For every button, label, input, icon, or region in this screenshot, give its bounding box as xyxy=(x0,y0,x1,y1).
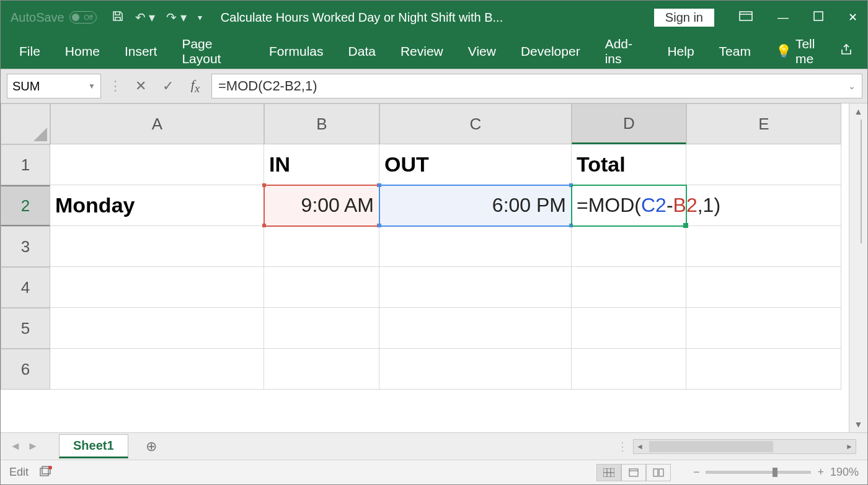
cell-e4[interactable] xyxy=(686,267,841,308)
zoom-out-icon[interactable]: − xyxy=(693,466,700,479)
autosave-toggle[interactable]: AutoSave Off xyxy=(11,11,97,25)
tab-review[interactable]: Review xyxy=(388,34,456,69)
cell-b4[interactable] xyxy=(264,267,379,308)
maximize-icon[interactable] xyxy=(813,11,823,24)
tab-developer[interactable]: Developer xyxy=(508,34,593,69)
tab-addins[interactable]: Add-ins xyxy=(593,34,655,69)
hscroll-right-icon[interactable]: ► xyxy=(846,442,853,451)
normal-view-icon[interactable] xyxy=(596,464,621,481)
tell-me[interactable]: 💡 Tell me xyxy=(763,34,840,69)
cell-d6[interactable] xyxy=(572,349,686,390)
hscroll-thumb[interactable] xyxy=(649,441,773,452)
row-header-3[interactable]: 3 xyxy=(1,226,50,267)
row-header-6[interactable]: 6 xyxy=(1,349,50,390)
close-icon[interactable]: ✕ xyxy=(848,11,857,24)
cell-d5[interactable] xyxy=(572,308,686,349)
row-header-4[interactable]: 4 xyxy=(1,267,50,308)
cell-b6[interactable] xyxy=(264,349,379,390)
add-sheet-icon[interactable]: ⊕ xyxy=(146,439,157,455)
tab-page-layout[interactable]: Page Layout xyxy=(169,34,257,69)
cell-d4[interactable] xyxy=(572,267,686,308)
cell-c1[interactable]: OUT xyxy=(379,144,572,185)
cell-a2[interactable]: Monday xyxy=(50,185,264,226)
zoom-value[interactable]: 190% xyxy=(830,466,859,479)
hscroll-left-icon[interactable]: ◄ xyxy=(636,442,644,451)
cell-c3[interactable] xyxy=(379,226,572,267)
row-header-2[interactable]: 2 xyxy=(1,185,50,226)
minimize-icon[interactable]: ― xyxy=(777,11,789,24)
horizontal-scrollbar[interactable]: ◄ ► xyxy=(633,439,856,454)
zoom-in-icon[interactable]: + xyxy=(817,466,824,479)
cell-a5[interactable] xyxy=(50,308,264,349)
vscroll-thumb[interactable] xyxy=(861,120,862,243)
col-header-b[interactable]: B xyxy=(264,103,379,144)
scroll-down-icon[interactable]: ▼ xyxy=(849,416,867,432)
cell-c2[interactable]: 6:00 PM xyxy=(379,185,572,226)
autosave-state: Off xyxy=(84,14,92,21)
zoom-slider[interactable] xyxy=(706,471,811,474)
cell-c4[interactable] xyxy=(379,267,572,308)
vertical-scrollbar[interactable]: ▲ ▼ xyxy=(849,103,867,432)
page-layout-view-icon[interactable] xyxy=(621,464,646,481)
col-header-d[interactable]: D xyxy=(572,103,686,144)
sign-in-button[interactable]: Sign in xyxy=(654,9,714,27)
cell-e5[interactable] xyxy=(686,308,841,349)
cancel-formula-icon[interactable]: ✕ xyxy=(130,78,152,94)
fx-icon[interactable]: fx xyxy=(184,77,206,95)
ribbon-display-icon[interactable] xyxy=(739,11,753,24)
svg-rect-2 xyxy=(814,12,823,20)
share-icon[interactable] xyxy=(840,43,855,59)
chevron-down-icon[interactable]: ▼ xyxy=(88,82,95,90)
tab-team[interactable]: Team xyxy=(707,34,763,69)
tab-home[interactable]: Home xyxy=(53,34,112,69)
formula-input[interactable]: =MOD(C2-B2,1) ⌄ xyxy=(211,74,862,98)
zoom-knob[interactable] xyxy=(773,468,777,477)
row-header-5[interactable]: 5 xyxy=(1,308,50,349)
name-box[interactable]: SUM ▼ xyxy=(7,74,101,98)
cell-c6[interactable] xyxy=(379,349,572,390)
sheet-nav-prev-icon[interactable]: ◄ xyxy=(7,440,24,453)
tab-formulas[interactable]: Formulas xyxy=(257,34,336,69)
cell-c5[interactable] xyxy=(379,308,572,349)
cell-e3[interactable] xyxy=(686,226,841,267)
grid[interactable]: A B C D E 1 IN OUT Total 2 Monday 9:00 A… xyxy=(1,103,849,432)
tab-help[interactable]: Help xyxy=(655,34,706,69)
scroll-up-icon[interactable]: ▲ xyxy=(849,103,867,120)
col-header-c[interactable]: C xyxy=(379,103,572,144)
redo-icon[interactable]: ↷ ▾ xyxy=(166,10,187,25)
cell-e6[interactable] xyxy=(686,349,841,390)
tab-view[interactable]: View xyxy=(456,34,508,69)
cell-b1[interactable]: IN xyxy=(264,144,379,185)
svg-point-5 xyxy=(48,466,52,470)
cell-b5[interactable] xyxy=(264,308,379,349)
col-header-a[interactable]: A xyxy=(50,103,264,144)
cell-a3[interactable] xyxy=(50,226,264,267)
cell-a1[interactable] xyxy=(50,144,264,185)
cell-b2[interactable]: 9:00 AM xyxy=(264,185,379,226)
save-icon[interactable] xyxy=(112,10,124,25)
page-break-view-icon[interactable] xyxy=(646,464,671,481)
tab-file[interactable]: File xyxy=(7,34,53,69)
tab-data[interactable]: Data xyxy=(336,34,388,69)
tab-insert[interactable]: Insert xyxy=(112,34,170,69)
expand-formula-icon[interactable]: ⌄ xyxy=(848,81,856,91)
sheet-tab-active[interactable]: Sheet1 xyxy=(59,434,128,458)
cell-b3[interactable] xyxy=(264,226,379,267)
cell-d1[interactable]: Total xyxy=(572,144,686,185)
cell-d3[interactable] xyxy=(572,226,686,267)
select-all-corner[interactable] xyxy=(1,103,50,144)
cell-a6[interactable] xyxy=(50,349,264,390)
tab-split-icon[interactable]: ⋮ xyxy=(617,440,628,453)
cell-a4[interactable] xyxy=(50,267,264,308)
row-header-1[interactable]: 1 xyxy=(1,144,50,185)
window-controls: ― ✕ xyxy=(739,11,857,24)
qat-customize-icon[interactable]: ▾ xyxy=(198,12,202,22)
autosave-switch[interactable]: Off xyxy=(69,11,97,24)
sheet-nav-next-icon[interactable]: ► xyxy=(24,440,42,453)
undo-icon[interactable]: ↶ ▾ xyxy=(135,10,156,25)
enter-formula-icon[interactable]: ✓ xyxy=(157,78,179,94)
cell-e1[interactable] xyxy=(686,144,841,185)
col-header-e[interactable]: E xyxy=(686,103,841,144)
macro-record-icon[interactable] xyxy=(40,465,53,479)
cell-d2[interactable]: =MOD(C2-B2,1) xyxy=(572,185,686,226)
